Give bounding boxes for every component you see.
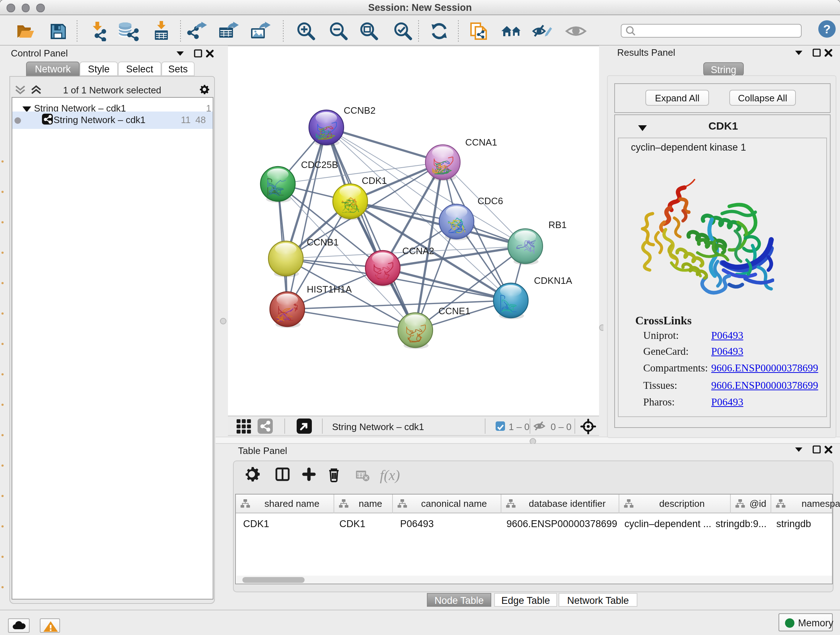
svg-text:CCNA2: CCNA2	[402, 245, 434, 256]
svg-text:CDC6: CDC6	[477, 195, 503, 206]
svg-text:CCNB2: CCNB2	[344, 105, 376, 116]
svg-text:CCNB1: CCNB1	[307, 237, 339, 248]
svg-text:CDKN1A: CDKN1A	[534, 275, 572, 286]
svg-text:f(x): f(x)	[380, 467, 400, 483]
svg-text:CCNE1: CCNE1	[439, 306, 470, 317]
svg-text:HIST1H1A: HIST1H1A	[307, 284, 352, 295]
svg-text:CCNA1: CCNA1	[465, 137, 497, 148]
svg-text:CDC25B: CDC25B	[301, 159, 338, 170]
svg-text:CDK1: CDK1	[362, 175, 387, 186]
svg-text:RB1: RB1	[548, 219, 567, 230]
svg-text:?: ?	[823, 22, 831, 36]
